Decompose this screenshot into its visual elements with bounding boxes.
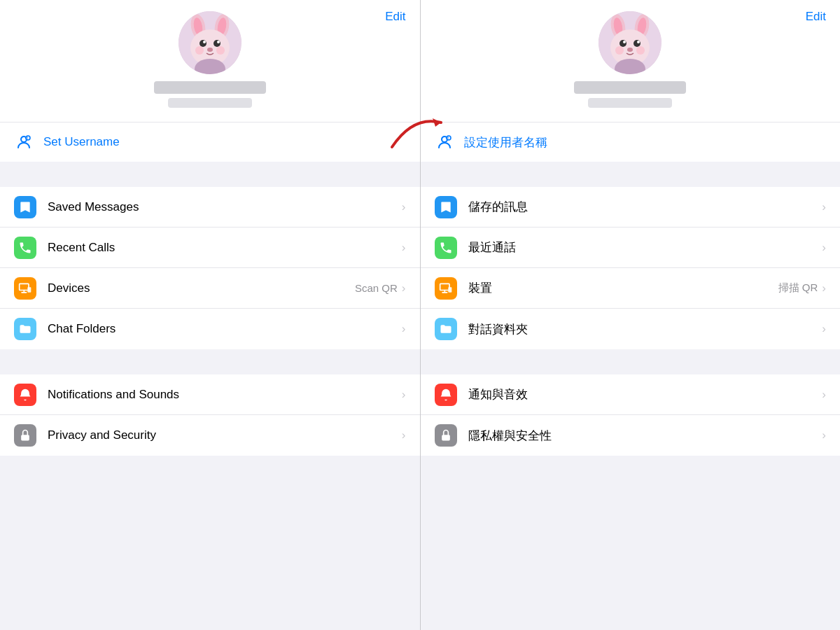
svg-point-29	[623, 41, 626, 43]
right-profile-info	[435, 11, 827, 108]
left-devices-icon	[14, 277, 36, 300]
right-menu-section-1: 儲存的訊息 › 最近通話 › 裝置 掃描 QR › 對話資料夾 ›	[421, 187, 841, 349]
right-notifications[interactable]: 通知與音效 ›	[421, 374, 841, 415]
svg-point-11	[195, 46, 204, 55]
svg-point-31	[627, 48, 633, 52]
left-separator-2	[0, 349, 420, 374]
right-devices-chevron: ›	[822, 281, 826, 295]
right-folders-chevron: ›	[822, 322, 826, 336]
svg-rect-17	[20, 284, 29, 290]
left-chat-folders[interactable]: Chat Folders ›	[0, 309, 420, 349]
right-devices-icon	[435, 277, 457, 300]
left-avatar	[178, 11, 241, 74]
left-folders-label: Chat Folders	[48, 322, 402, 336]
right-privacy[interactable]: 隱私權與安全性 ›	[421, 415, 841, 456]
svg-point-7	[214, 40, 220, 47]
left-privacy-label: Privacy and Security	[48, 428, 402, 442]
svg-point-8	[203, 41, 206, 43]
right-avatar	[598, 11, 662, 74]
right-notif-icon	[435, 384, 457, 406]
svg-text:@: @	[24, 136, 28, 140]
right-username-label: 設定使用者名稱	[464, 134, 547, 150]
right-privacy-chevron: ›	[822, 428, 826, 442]
left-menu-section-1: Saved Messages › Recent Calls › Devices …	[0, 187, 420, 349]
left-notifications[interactable]: Notifications and Sounds ›	[0, 374, 420, 415]
svg-point-30	[637, 41, 640, 43]
svg-point-41	[444, 437, 447, 439]
right-profile-header: Edit	[421, 0, 841, 122]
right-separator-2	[421, 349, 841, 374]
left-profile-header: Edit	[0, 0, 420, 122]
right-folders-icon	[435, 318, 457, 340]
svg-point-20	[24, 437, 27, 439]
right-menu-section-2: 通知與音效 › 隱私權與安全性 ›	[421, 374, 841, 456]
left-edit-button[interactable]: Edit	[385, 10, 405, 24]
right-saved-messages[interactable]: 儲存的訊息 ›	[421, 187, 841, 227]
left-devices-label: Devices	[48, 281, 355, 295]
left-privacy[interactable]: Privacy and Security ›	[0, 415, 420, 456]
left-privacy-icon	[14, 424, 36, 447]
right-saved-label: 儲存的訊息	[468, 199, 822, 215]
left-saved-icon	[14, 196, 36, 218]
right-panel: Edit @ 設定使用者名稱 儲存的訊息 › 最近通話	[421, 0, 841, 630]
left-calls-label: Recent Calls	[48, 241, 402, 255]
svg-point-32	[615, 46, 624, 55]
right-notif-chevron: ›	[822, 388, 826, 402]
left-name-blur	[154, 81, 266, 94]
right-calls-icon	[435, 237, 457, 259]
svg-point-33	[636, 46, 645, 55]
svg-point-12	[216, 46, 225, 55]
left-notif-chevron: ›	[402, 388, 406, 402]
svg-rect-39	[448, 287, 451, 293]
right-notif-label: 通知與音效	[468, 386, 822, 402]
left-profile-info	[14, 11, 406, 108]
left-notif-label: Notifications and Sounds	[48, 388, 402, 402]
right-devices-secondary: 掃描 QR	[778, 281, 818, 295]
svg-rect-18	[27, 287, 31, 293]
svg-point-6	[200, 40, 206, 47]
right-privacy-label: 隱私權與安全性	[468, 428, 822, 444]
left-devices-secondary: Scan QR	[355, 282, 398, 294]
right-edit-button[interactable]: Edit	[806, 10, 826, 24]
left-phone-blur	[168, 98, 252, 108]
svg-point-9	[217, 41, 220, 43]
right-devices-label: 裝置	[468, 280, 778, 296]
right-phone-blur	[588, 98, 672, 108]
right-privacy-icon	[435, 424, 457, 447]
left-folders-chevron: ›	[402, 322, 406, 336]
right-calls-chevron: ›	[822, 241, 826, 255]
left-folders-icon	[14, 318, 36, 340]
svg-point-10	[207, 48, 213, 52]
left-recent-calls[interactable]: Recent Calls ›	[0, 227, 420, 268]
svg-point-27	[620, 40, 626, 47]
right-chat-folders[interactable]: 對話資料夾 ›	[421, 309, 841, 349]
left-saved-chevron: ›	[402, 200, 406, 214]
left-username-icon: @	[14, 132, 34, 152]
left-notif-icon	[14, 384, 36, 406]
right-calls-label: 最近通話	[468, 239, 822, 255]
right-username-icon: @	[435, 132, 454, 152]
left-calls-icon	[14, 237, 36, 259]
right-recent-calls[interactable]: 最近通話 ›	[421, 227, 841, 268]
right-folders-label: 對話資料夾	[468, 321, 822, 337]
right-username-row[interactable]: @ 設定使用者名稱	[421, 122, 841, 162]
svg-point-28	[634, 40, 640, 47]
left-saved-label: Saved Messages	[48, 200, 402, 214]
right-devices[interactable]: 裝置 掃描 QR ›	[421, 268, 841, 309]
right-name-blur	[574, 81, 686, 94]
left-panel: Edit @ Set Username Saved Messages ›	[0, 0, 420, 630]
left-username-label: Set Username	[43, 135, 120, 149]
left-saved-messages[interactable]: Saved Messages ›	[0, 187, 420, 227]
left-calls-chevron: ›	[402, 241, 406, 255]
right-saved-icon	[435, 196, 457, 218]
svg-text:@: @	[445, 136, 449, 140]
left-menu-section-2: Notifications and Sounds › Privacy and S…	[0, 374, 420, 456]
left-devices[interactable]: Devices Scan QR ›	[0, 268, 420, 309]
right-saved-chevron: ›	[822, 200, 826, 214]
left-username-row[interactable]: @ Set Username	[0, 122, 420, 162]
left-separator-1	[0, 162, 420, 187]
left-devices-chevron: ›	[402, 281, 406, 295]
right-separator-1	[421, 162, 841, 187]
svg-rect-38	[440, 284, 449, 290]
left-privacy-chevron: ›	[402, 428, 406, 442]
